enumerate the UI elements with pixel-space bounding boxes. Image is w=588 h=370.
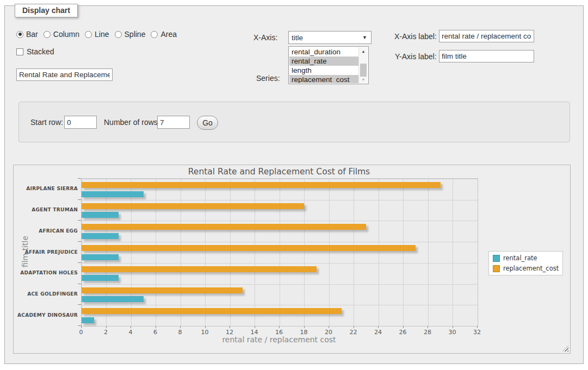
chart-type-radio-bar[interactable]: Bar: [16, 30, 38, 39]
dropdown-arrow-icon: ▼: [362, 35, 367, 40]
radio-icon[interactable]: [16, 31, 23, 38]
chart-type-radio-area[interactable]: Area: [151, 30, 177, 39]
chart-type-radio-column[interactable]: Column: [44, 30, 79, 39]
radio-icon[interactable]: [115, 31, 122, 38]
series-listbox-scrollbar[interactable]: ▲ ▼: [358, 47, 368, 83]
bar-rental-rate: [82, 317, 94, 323]
legend-swatch-icon: [493, 255, 500, 262]
chart-title-input[interactable]: [16, 68, 113, 81]
y-tick-mark: [78, 220, 81, 221]
bar-rental-rate: [82, 296, 144, 302]
legend-item-replacement-cost: replacement_cost: [493, 265, 559, 272]
scrollbar-thumb[interactable]: [360, 64, 367, 77]
number-of-rows-input[interactable]: [157, 116, 190, 129]
y-tick-label: AFRICAN EGG: [14, 228, 78, 234]
y-axis-label-input[interactable]: [439, 50, 534, 62]
x-axis-selected-value: title: [292, 34, 303, 42]
x-tick-mark: [180, 326, 181, 328]
scroll-down-icon[interactable]: ▼: [359, 76, 368, 83]
radio-icon[interactable]: [151, 31, 158, 38]
radio-label: Bar: [26, 30, 38, 39]
radio-label: Spline: [125, 30, 146, 39]
x-tick-mark: [230, 326, 230, 328]
x-tick-mark: [428, 326, 428, 328]
y-tick-label: AFFAIR PREJUDICE: [14, 249, 78, 255]
radio-label: Column: [53, 30, 79, 39]
start-row-label: Start row:: [30, 118, 63, 127]
x-axis-select[interactable]: title ▼: [288, 31, 372, 44]
x-tick-label: 22: [350, 329, 357, 336]
y-tick-label: ACADEMY DINOSAUR: [14, 312, 78, 318]
x-tick-label: 4: [129, 329, 133, 336]
bar-rental-rate: [82, 212, 119, 218]
x-tick-mark: [304, 326, 305, 328]
x-tick-label: 20: [325, 329, 332, 336]
legend-label: replacement_cost: [503, 265, 559, 272]
x-tick-label: 12: [226, 329, 233, 336]
x-tick-label: 30: [449, 329, 456, 336]
bar-rental-rate: [82, 275, 119, 281]
y-tick-label: ACE GOLDFINGER: [14, 291, 78, 297]
x-tick-mark: [329, 326, 329, 328]
bar-replacement-cost: [82, 308, 342, 314]
stacked-label: Stacked: [27, 47, 54, 56]
series-listbox-items: rental_durationrental_ratelengthreplacem…: [289, 47, 359, 83]
series-select-label: Series:: [256, 74, 280, 83]
series-option-rental-duration[interactable]: rental_duration: [289, 47, 359, 57]
stacked-checkbox[interactable]: [16, 48, 23, 55]
radio-icon[interactable]: [44, 31, 51, 38]
y-axis-label-field-label: Y-Axis label:: [395, 52, 437, 61]
x-tick-mark: [81, 326, 82, 328]
x-axis-title: rental rate / replacement cost: [81, 335, 477, 344]
bar-replacement-cost: [82, 182, 441, 188]
series-option-length[interactable]: length: [289, 66, 359, 75]
series-option-rental-rate[interactable]: rental_rate: [289, 57, 359, 66]
y-tick-mark: [78, 304, 81, 305]
x-axis-label-field-label: X-Axis label:: [394, 32, 437, 41]
legend-swatch-icon: [493, 265, 500, 272]
series-option-replacement-cost[interactable]: replacement_cost: [289, 75, 359, 83]
bar-replacement-cost: [82, 245, 416, 251]
bar-rental-rate: [82, 191, 144, 197]
chart-type-radio-spline[interactable]: Spline: [115, 30, 146, 39]
row-range-box: Start row: Number of rows: Go: [18, 102, 570, 142]
x-tick-label: 0: [79, 329, 83, 336]
x-axis-label-input[interactable]: [439, 30, 534, 42]
bar-replacement-cost: [82, 266, 317, 272]
x-tick-label: 6: [153, 329, 157, 336]
number-of-rows-label: Number of rows:: [104, 118, 160, 127]
x-tick-mark: [156, 326, 156, 328]
stacked-checkbox-row[interactable]: Stacked: [16, 47, 54, 56]
start-row-input[interactable]: [64, 116, 97, 129]
x-tick-mark: [106, 326, 107, 328]
series-listbox[interactable]: rental_durationrental_ratelengthreplacem…: [288, 46, 369, 84]
x-tick-mark: [378, 326, 379, 328]
x-tick-label: 26: [399, 329, 407, 336]
chart-plot-area: [81, 178, 478, 327]
x-tick-mark: [453, 326, 453, 328]
x-tick-label: 16: [275, 329, 283, 336]
x-axis-select-label: X-Axis:: [253, 33, 277, 42]
chart-type-radio-line[interactable]: Line: [85, 30, 109, 39]
y-tick-mark: [78, 241, 81, 242]
x-tick-label: 8: [178, 329, 182, 336]
chart-legend: rental_ratereplacement_cost: [488, 251, 563, 275]
x-tick-mark: [403, 326, 404, 328]
x-tick-label: 18: [300, 329, 308, 336]
chart-resize-handle-icon[interactable]: [562, 346, 568, 352]
bar-replacement-cost: [82, 203, 304, 209]
go-button[interactable]: Go: [197, 116, 218, 130]
page: Display chart BarColumnLineSplineArea St…: [0, 0, 588, 370]
x-tick-label: 14: [251, 329, 258, 336]
bar-rental-rate: [82, 254, 119, 260]
x-tick-label: 32: [473, 329, 481, 336]
x-tick-mark: [354, 326, 354, 328]
x-tick-mark: [255, 326, 255, 328]
radio-label: Area: [160, 30, 177, 39]
scroll-up-icon[interactable]: ▲: [359, 47, 368, 55]
y-tick-mark: [78, 284, 81, 284]
y-tick-mark: [78, 178, 81, 179]
radio-label: Line: [95, 30, 109, 39]
radio-icon[interactable]: [85, 31, 92, 38]
y-tick-label: ADAPTATION HOLES: [14, 270, 78, 275]
